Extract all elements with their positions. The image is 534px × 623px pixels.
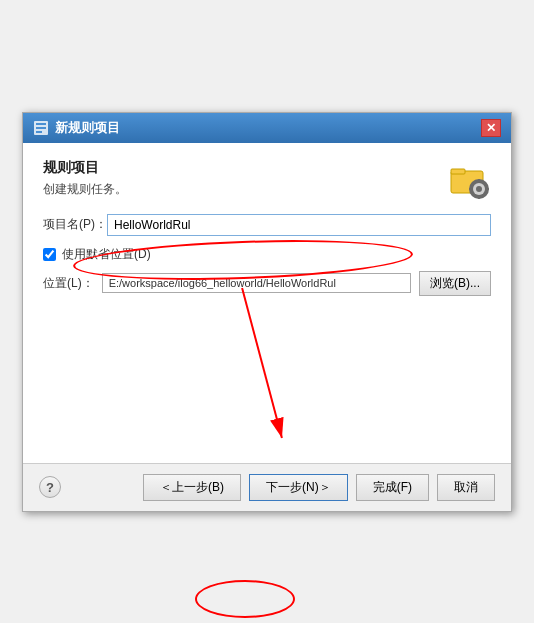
dialog-content: 规则项目 创建规则任务。 项目名(P)： 使用默省位置(D) 位置(L)： 浏览… bbox=[23, 143, 511, 463]
section-title: 规则项目 bbox=[43, 159, 491, 177]
dialog-body: 规则项目 创建规则任务。 项目名(P)： 使用默省位置(D) 位置(L)： 浏览… bbox=[23, 143, 511, 318]
dialog-title: 新规则项目 bbox=[55, 119, 120, 137]
folder-gear-icon bbox=[449, 159, 491, 201]
project-name-row: 项目名(P)： bbox=[43, 214, 491, 236]
svg-rect-5 bbox=[451, 169, 465, 174]
help-button[interactable]: ? bbox=[39, 476, 61, 498]
finish-button[interactable]: 完成(F) bbox=[356, 474, 429, 501]
svg-point-8 bbox=[476, 186, 482, 192]
svg-rect-12 bbox=[485, 188, 489, 190]
svg-rect-1 bbox=[36, 123, 46, 125]
prev-button[interactable]: ＜上一步(B) bbox=[143, 474, 241, 501]
project-name-label: 项目名(P)： bbox=[43, 216, 107, 233]
svg-rect-3 bbox=[36, 131, 42, 133]
svg-rect-2 bbox=[36, 127, 46, 129]
browse-button[interactable]: 浏览(B)... bbox=[419, 271, 491, 296]
icon-area bbox=[449, 159, 491, 204]
title-bar: 新规则项目 ✕ bbox=[23, 113, 511, 143]
use-default-location-row: 使用默省位置(D) bbox=[43, 246, 491, 263]
footer-buttons: ＜上一步(B) 下一步(N)＞ 完成(F) 取消 bbox=[143, 474, 495, 501]
use-default-location-checkbox[interactable] bbox=[43, 248, 56, 261]
svg-rect-9 bbox=[478, 179, 480, 183]
use-default-location-label[interactable]: 使用默省位置(D) bbox=[62, 246, 151, 263]
svg-rect-10 bbox=[478, 195, 480, 199]
footer-left: ? bbox=[39, 476, 61, 498]
project-name-input[interactable] bbox=[107, 214, 491, 236]
next-button-highlight bbox=[195, 580, 295, 618]
close-button[interactable]: ✕ bbox=[481, 119, 501, 137]
location-row: 位置(L)： 浏览(B)... bbox=[43, 271, 491, 296]
dialog-icon bbox=[33, 120, 49, 136]
svg-rect-11 bbox=[469, 188, 473, 190]
cancel-button[interactable]: 取消 bbox=[437, 474, 495, 501]
title-bar-left: 新规则项目 bbox=[33, 119, 120, 137]
location-input[interactable] bbox=[102, 273, 411, 293]
next-button[interactable]: 下一步(N)＞ bbox=[249, 474, 348, 501]
new-rule-dialog: 新规则项目 ✕ bbox=[22, 112, 512, 512]
section-subtitle: 创建规则任务。 bbox=[43, 181, 491, 198]
dialog-footer: ? ＜上一步(B) 下一步(N)＞ 完成(F) 取消 bbox=[23, 463, 511, 511]
main-area: 规则项目 创建规则任务。 项目名(P)： 使用默省位置(D) 位置(L)： 浏览… bbox=[23, 143, 511, 463]
location-label: 位置(L)： bbox=[43, 275, 94, 292]
